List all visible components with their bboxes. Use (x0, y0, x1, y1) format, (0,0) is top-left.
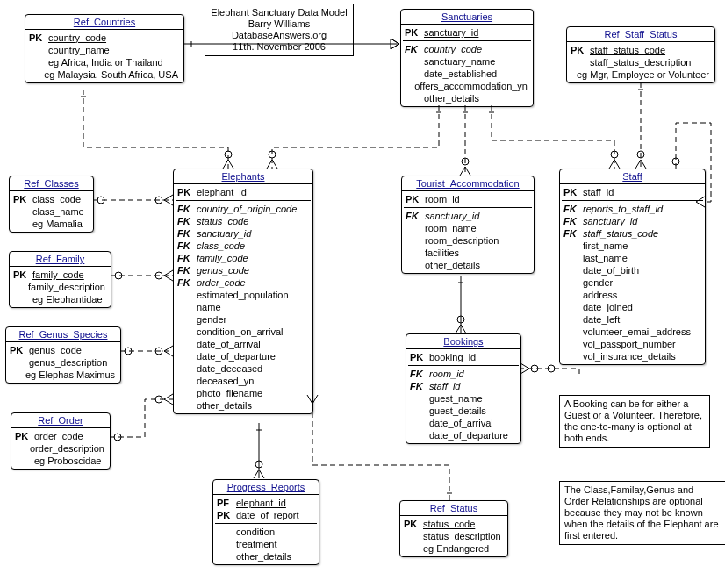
entity-field: eg Mgr, Employee or Volunteer (569, 68, 713, 81)
entity-field: PKorder_code (13, 430, 108, 442)
entity-field: FKclass_code (176, 240, 311, 252)
entity-field: class_name (11, 205, 91, 218)
svg-point-22 (125, 348, 132, 355)
svg-point-28 (255, 461, 262, 468)
entity-title: Elephants (174, 169, 312, 184)
svg-point-32 (457, 316, 464, 323)
svg-point-33 (548, 365, 555, 372)
entity-field: PKstatus_code (402, 518, 506, 530)
entity-field: country_name (27, 44, 182, 56)
entity-field: order_description (13, 442, 108, 455)
entity-bookings: BookingsPKbooking_idFKroom_idFKstaff_idg… (406, 333, 521, 444)
meta-date: 11th. November 2006 (210, 41, 348, 53)
entity-field: condition (215, 526, 317, 538)
entity-field: date_joined (562, 301, 703, 313)
entity-ref-family: Ref_FamilyPKfamily_codefamily_descriptio… (9, 251, 111, 308)
entity-field: PKgenus_code (8, 344, 118, 356)
meta-title: Elephant Sanctuary Data Model (210, 7, 348, 18)
entity-field: volunteer_email_address (562, 326, 703, 338)
entity-field: facilities (404, 247, 532, 259)
svg-point-5 (269, 151, 276, 158)
entity-ref-classes: Ref_ClassesPKclass_codeclass_nameeg Mama… (9, 176, 94, 233)
svg-point-25 (155, 396, 162, 403)
entity-field: PKstaff_id (562, 186, 703, 198)
entity-field: vol_passport_number (562, 338, 703, 350)
entity-field: other_details (404, 259, 532, 271)
entity-field: PKbooking_id (408, 351, 519, 363)
entity-field: FKsanctuary_id (404, 210, 532, 222)
entity-field: status_description (402, 530, 506, 542)
entity-elephants: ElephantsPKelephant_idFKcountry_of_origi… (173, 169, 313, 414)
svg-point-14 (672, 158, 679, 165)
entity-field: date_of_departure (408, 429, 519, 441)
entity-field: guest_name (408, 392, 519, 405)
svg-point-13 (637, 151, 644, 158)
entity-field: PKdate_of_report (215, 509, 317, 521)
entity-field: genus_description (8, 356, 118, 369)
entity-field: date_left (562, 313, 703, 326)
entity-field: FKstaff_id (408, 380, 519, 392)
entity-field: PFelephant_id (215, 497, 317, 509)
svg-point-16 (97, 197, 104, 204)
entity-field: eg Elephas Maximus (8, 369, 118, 381)
entity-field: FKorder_code (176, 276, 311, 289)
entity-field: first_name (562, 240, 703, 252)
entity-field: eg Elephantidae (11, 293, 109, 305)
entity-title: Ref_Genus_Species (6, 327, 120, 342)
entity-field: PKelephant_id (176, 186, 311, 198)
entity-field: room_description (404, 234, 532, 247)
entity-field: FKcountry_code (403, 43, 531, 55)
entity-field: gender (176, 313, 311, 326)
entity-field: deceased_yn (176, 375, 311, 387)
entity-field: family_description (11, 281, 109, 293)
entity-field: FKgenus_code (176, 264, 311, 276)
entity-field: date_of_departure (176, 350, 311, 362)
entity-staff: StaffPKstaff_idFKreports_to_staff_idFKsa… (559, 169, 706, 365)
entity-field: other_details (215, 550, 317, 563)
meta-site: DatabaseAnswers.org (210, 30, 348, 41)
diagram-meta-note: Elephant Sanctuary Data Model Barry Will… (205, 4, 354, 56)
entity-field: PKroom_id (404, 193, 532, 205)
entity-title: Tourist_Accommodation (402, 176, 534, 191)
entity-title: Ref_Staff_Status (567, 27, 714, 42)
entity-field: PKcountry_code (27, 32, 182, 44)
entity-field: gender (562, 276, 703, 289)
svg-point-8 (462, 158, 469, 165)
entity-field: eg Malaysia, South Africa, USA (27, 68, 182, 81)
svg-point-19 (115, 272, 122, 279)
entity-title: Ref_Order (11, 413, 110, 428)
entity-field: date_of_arrival (408, 417, 519, 429)
entity-field: other_details (176, 399, 311, 412)
entity-field: treatment (215, 538, 317, 550)
entity-field: other_details (403, 92, 531, 104)
entity-field: vol_insurance_details (562, 350, 703, 362)
entity-title: Ref_Family (10, 252, 111, 267)
entity-field: date_of_arrival (176, 338, 311, 350)
entity-field: FKreports_to_staff_id (562, 203, 703, 215)
entity-ref-status: Ref_StatusPKstatus_codestatus_descriptio… (399, 500, 508, 557)
svg-point-3 (225, 151, 232, 158)
svg-point-17 (155, 197, 162, 204)
entity-field: eg Africa, India or Thailand (27, 56, 182, 68)
entity-field: sanctuary_name (403, 55, 531, 68)
entity-field: FKsanctuary_id (562, 215, 703, 227)
entity-ref-order: Ref_OrderPKorder_codeorder_descriptioneg… (11, 412, 111, 470)
entity-field: address (562, 289, 703, 301)
entity-field: photo_filename (176, 387, 311, 399)
note-booking: A Booking can be for either a Guest or a… (559, 395, 710, 448)
entity-title: Staff (560, 169, 705, 184)
entity-field: name (176, 301, 311, 313)
entity-field: eg Mamalia (11, 218, 91, 230)
entity-title: Ref_Status (400, 501, 507, 516)
entity-field: PKsanctuary_id (403, 26, 531, 39)
svg-point-20 (155, 272, 162, 279)
svg-point-34 (531, 365, 538, 372)
entity-field: date_deceased (176, 362, 311, 375)
entity-field: eg Proboscidae (13, 455, 108, 467)
note-optional: The Class,Familay,Genus and Order Relati… (559, 481, 725, 545)
entity-title: Ref_Classes (10, 176, 93, 191)
entity-field: FKstaff_status_code (562, 227, 703, 240)
entity-field: FKroom_id (408, 368, 519, 380)
entity-field: staff_status_description (569, 56, 713, 68)
entity-field: FKfamily_code (176, 252, 311, 264)
